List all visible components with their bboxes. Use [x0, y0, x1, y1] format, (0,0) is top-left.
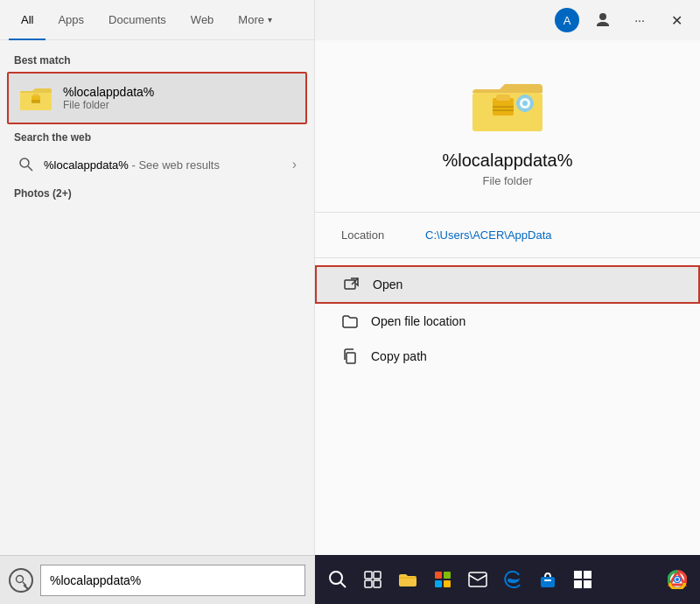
right-panel-header: A ··· ✕ — [315, 0, 700, 40]
svg-point-9 — [17, 575, 24, 582]
svg-rect-40 — [584, 571, 592, 579]
svg-rect-35 — [444, 580, 451, 587]
copy-path-label: Copy path — [371, 349, 427, 363]
copy-icon — [341, 348, 359, 365]
svg-rect-37 — [541, 577, 555, 587]
search-input[interactable] — [40, 565, 305, 596]
user-icon-btn[interactable] — [590, 7, 616, 33]
tabs-bar: All Apps Documents Web More ▾ — [0, 0, 314, 40]
search-bottom-icon — [9, 568, 33, 593]
svg-rect-38 — [544, 579, 551, 581]
svg-rect-21 — [516, 102, 520, 105]
edge-icon[interactable] — [497, 564, 528, 595]
svg-rect-4 — [33, 94, 38, 96]
web-search-item[interactable]: %localappdata% - See web results › — [7, 149, 307, 180]
svg-rect-29 — [374, 572, 381, 579]
close-button[interactable]: ✕ — [663, 7, 690, 33]
svg-point-26 — [330, 572, 342, 584]
copy-path-button[interactable]: Copy path — [315, 339, 700, 374]
right-title: %localappdata% — [443, 151, 573, 171]
tab-documents[interactable]: Documents — [96, 0, 178, 40]
best-match-title: %localappdata% — [63, 85, 154, 99]
svg-line-27 — [340, 582, 346, 587]
search-bar — [0, 555, 314, 604]
tab-all[interactable]: All — [9, 0, 46, 40]
search-icon — [18, 156, 35, 173]
svg-line-8 — [28, 166, 32, 171]
open-button[interactable]: Open — [315, 265, 700, 304]
best-match-text: %localappdata% File folder — [63, 85, 154, 111]
location-row: Location C:\Users\ACER\AppData — [315, 220, 700, 250]
svg-rect-22 — [530, 102, 534, 105]
svg-rect-20 — [523, 109, 527, 112]
svg-rect-33 — [444, 572, 451, 579]
open-icon — [343, 276, 360, 293]
divider-1 — [315, 212, 700, 213]
right-subtitle: File folder — [482, 174, 532, 187]
svg-rect-25 — [346, 353, 355, 363]
web-item-text: %localappdata% - See web results — [44, 158, 292, 172]
svg-rect-36 — [469, 572, 486, 586]
svg-rect-13 — [496, 95, 510, 101]
svg-point-7 — [20, 158, 29, 167]
chevron-down-icon: ▾ — [268, 15, 272, 25]
ellipsis-icon: ··· — [634, 13, 645, 27]
store2-icon[interactable] — [532, 564, 564, 595]
location-label: Location — [341, 228, 411, 242]
mail-icon[interactable] — [462, 564, 494, 595]
svg-point-48 — [676, 578, 679, 581]
file-explorer-icon[interactable] — [392, 564, 424, 595]
photos-label: Photos (2+) — [0, 182, 314, 203]
folder-icon-large — [468, 75, 547, 137]
right-panel: A ··· ✕ — [315, 0, 700, 604]
folder-open-icon — [341, 313, 359, 330]
store-icon[interactable] — [427, 564, 458, 595]
divider-2 — [315, 257, 700, 258]
svg-point-18 — [522, 101, 528, 106]
best-match-label: Best match — [0, 49, 314, 70]
svg-rect-32 — [435, 572, 442, 579]
open-label: Open — [373, 277, 402, 291]
tab-web[interactable]: Web — [178, 0, 227, 40]
tab-more[interactable]: More ▾ — [226, 0, 284, 40]
svg-rect-42 — [584, 580, 592, 588]
svg-rect-34 — [435, 580, 442, 587]
right-content: %localappdata% File folder Location C:\U… — [315, 40, 700, 604]
open-file-location-button[interactable]: Open file location — [315, 304, 700, 339]
more-options-btn[interactable]: ··· — [626, 7, 653, 33]
results-content: Best match %loca — [0, 40, 314, 555]
svg-rect-39 — [574, 571, 582, 579]
svg-rect-30 — [365, 580, 372, 587]
left-panel: All Apps Documents Web More ▾ Best match — [0, 0, 315, 604]
svg-rect-28 — [365, 572, 372, 579]
svg-rect-19 — [523, 95, 527, 98]
tiles-icon[interactable] — [567, 564, 598, 595]
svg-rect-31 — [374, 580, 381, 587]
location-value[interactable]: C:\Users\ACER\AppData — [425, 228, 552, 242]
avatar[interactable]: A — [555, 8, 579, 32]
tab-apps[interactable]: Apps — [46, 0, 96, 40]
open-file-location-label: Open file location — [371, 314, 466, 328]
close-icon: ✕ — [671, 12, 682, 29]
svg-line-10 — [23, 582, 26, 586]
folder-icon — [19, 81, 54, 116]
taskbar — [315, 555, 700, 604]
chrome-icon[interactable] — [662, 564, 693, 595]
search-tb-icon[interactable] — [322, 564, 354, 595]
svg-rect-3 — [32, 95, 40, 102]
web-section-label: Search the web — [0, 126, 314, 147]
svg-rect-41 — [574, 580, 582, 588]
best-match-subtitle: File folder — [63, 99, 154, 111]
best-match-item[interactable]: %localappdata% File folder — [7, 72, 307, 124]
arrow-right-icon: › — [292, 157, 297, 172]
svg-rect-23 — [345, 280, 355, 289]
task-view-icon[interactable] — [357, 564, 388, 595]
